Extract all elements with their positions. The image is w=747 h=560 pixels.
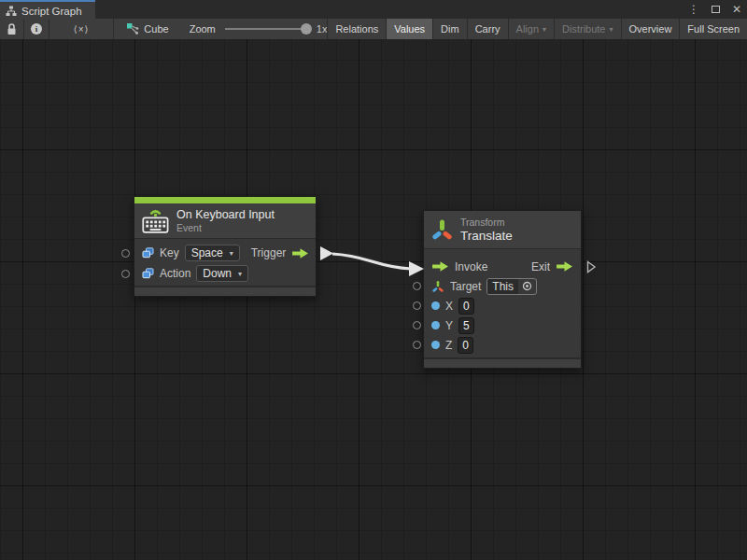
node-body: Invoke Exit	[424, 248, 581, 357]
wire-trigger-to-invoke[interactable]	[0, 39, 747, 560]
variable-icon	[142, 268, 154, 279]
tab-script-graph[interactable]: Script Graph	[0, 0, 95, 20]
value-dot-icon	[431, 321, 440, 329]
chevron-down-icon: ▾	[238, 270, 242, 278]
target-label: Target	[450, 280, 481, 293]
close-icon[interactable]: ✕	[732, 0, 741, 19]
overview-button[interactable]: Overview	[621, 19, 680, 39]
variable-icon	[142, 247, 154, 259]
y-value-field[interactable]: 5	[458, 317, 474, 334]
z-input-port[interactable]	[413, 341, 421, 349]
node-header[interactable]: On Keyboard Input Event	[134, 203, 316, 238]
zoom-slider[interactable]	[225, 28, 307, 30]
x-value-field[interactable]: 0	[458, 298, 474, 315]
graph-canvas[interactable]: On Keyboard Input Event Key Space	[0, 39, 747, 560]
zoom-label: Zoom	[190, 23, 216, 35]
values-button[interactable]: Values	[386, 19, 432, 39]
invoke-arrow-icon	[431, 260, 449, 273]
toolbar-toggles: Relations Values Dim Carry Align▾ Distri…	[327, 19, 747, 39]
lock-button[interactable]	[0, 19, 24, 39]
tab-title: Script Graph	[21, 6, 82, 17]
x-row: X 0	[424, 296, 581, 315]
target-mini-icon	[431, 280, 444, 293]
exit-output-port[interactable]	[586, 260, 597, 273]
zoom-slider-handle[interactable]	[301, 23, 312, 35]
node-body: Key Space ▾ Trigger	[134, 238, 316, 286]
chevron-down-icon: ▾	[543, 25, 546, 34]
window-controls: ⋮ ✕	[688, 0, 741, 19]
node-footer	[424, 357, 581, 368]
key-dropdown[interactable]: Space ▾	[185, 245, 240, 261]
object-picker-icon[interactable]	[518, 281, 536, 291]
node-category: Transform	[460, 217, 513, 229]
wire-arrowhead[interactable]	[409, 261, 424, 276]
x-input-port[interactable]	[413, 301, 421, 310]
trigger-label: Trigger	[251, 246, 287, 259]
zoom-control: Zoom 1x	[190, 19, 328, 39]
script-graph-icon	[6, 6, 17, 17]
y-label: Y	[445, 319, 453, 332]
node-title: Translate	[460, 229, 513, 243]
invoke-row: Invoke Exit	[424, 257, 581, 276]
value-dot-icon	[431, 341, 440, 349]
x-label: X	[445, 300, 453, 313]
graph-target-label: Cube	[144, 23, 168, 35]
key-row: Key Space ▾ Trigger	[134, 243, 316, 263]
graph-toolbar: i ⟨×⟩ Cube Zoom 1x Relations	[0, 19, 747, 39]
trigger-arrow-icon	[291, 247, 309, 259]
action-input-port[interactable]	[121, 270, 130, 278]
node-transform-translate[interactable]: Transform Translate Invoke Exit	[423, 210, 582, 369]
exit-arrow-icon	[556, 260, 573, 273]
node-subtitle: Event	[176, 222, 275, 234]
z-value-field[interactable]: 0	[458, 337, 473, 354]
exit-label: Exit	[531, 260, 550, 273]
distribute-button: Distribute▾	[554, 19, 620, 39]
script-graph-window: Script Graph ⋮ ✕ i ⟨×⟩	[0, 0, 747, 560]
target-input-port[interactable]	[413, 282, 421, 290]
invoke-label: Invoke	[455, 260, 487, 273]
node-on-keyboard-input[interactable]: On Keyboard Input Event Key Space	[134, 196, 317, 297]
y-input-port[interactable]	[413, 321, 421, 329]
key-label: Key	[160, 246, 179, 259]
action-dropdown[interactable]: Down ▾	[196, 265, 248, 282]
node-header[interactable]: Transform Translate	[424, 211, 581, 248]
y-row: Y 5	[424, 315, 581, 335]
z-label: Z	[445, 339, 452, 352]
action-row: Action Down ▾	[134, 263, 316, 284]
target-object-field[interactable]: This	[486, 278, 537, 295]
node-title: On Keyboard Input	[176, 208, 275, 222]
chevron-down-icon: ▾	[230, 249, 233, 258]
zoom-value: 1x	[317, 23, 328, 35]
wire-start-triangle[interactable]	[320, 246, 333, 260]
chevron-down-icon: ▾	[610, 25, 613, 34]
transform-icon	[431, 217, 453, 243]
info-button[interactable]: i	[24, 19, 49, 39]
keyboard-icon	[142, 207, 169, 234]
align-button: Align▾	[508, 19, 554, 39]
value-dot-icon	[431, 301, 440, 310]
node-footer	[134, 286, 316, 296]
tab-bar: Script Graph ⋮ ✕	[0, 0, 747, 19]
carry-button[interactable]: Carry	[467, 19, 508, 39]
relations-button[interactable]: Relations	[327, 19, 386, 39]
graph-pointer-icon	[126, 22, 139, 35]
action-label: Action	[160, 267, 190, 280]
target-row: Target This	[424, 276, 581, 296]
event-accent-bar	[134, 197, 316, 203]
graph-target[interactable]: Cube	[126, 19, 168, 39]
dim-button[interactable]: Dim	[432, 19, 467, 39]
z-row: Z 0	[424, 335, 581, 355]
info-icon: i	[31, 23, 42, 35]
code-icon: ⟨×⟩	[74, 24, 90, 35]
key-input-port[interactable]	[121, 249, 130, 258]
lock-icon	[7, 23, 17, 35]
full-screen-button[interactable]: Full Screen	[679, 19, 747, 39]
edit-source-button[interactable]: ⟨×⟩	[49, 19, 114, 39]
maximize-icon[interactable]	[712, 6, 720, 13]
kebab-menu-icon[interactable]: ⋮	[688, 0, 699, 19]
